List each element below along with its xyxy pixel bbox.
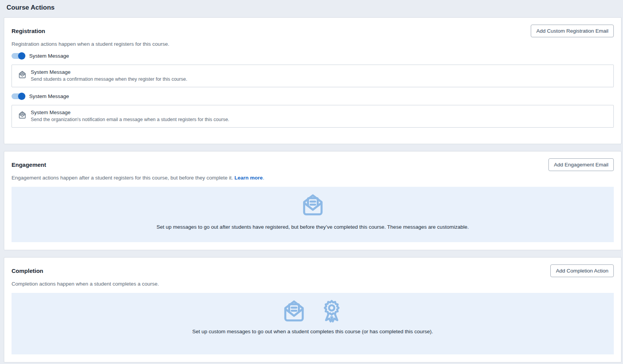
completion-description: Completion actions happen when a student…: [12, 281, 614, 287]
add-custom-registration-email-button[interactable]: Add Custom Registration Email: [531, 25, 614, 37]
envelope-open-text-icon: [18, 111, 27, 119]
learn-more-link[interactable]: Learn more: [234, 175, 263, 181]
award-icon: [319, 299, 344, 323]
card-description: Send the organization's notification ema…: [31, 117, 229, 122]
card-title: System Message: [31, 69, 187, 75]
registration-section: Registration Add Custom Registration Ema…: [4, 17, 621, 144]
system-message-toggle-row: System Message: [12, 53, 614, 59]
add-engagement-email-button[interactable]: Add Engagement Email: [548, 158, 614, 171]
card-description: Send students a confirmation message whe…: [31, 76, 187, 82]
engagement-title: Engagement: [12, 158, 46, 168]
learn-more-suffix: .: [263, 175, 264, 181]
card-title: System Message: [31, 110, 229, 115]
system-message-toggle-row: System Message: [12, 93, 614, 99]
completion-header: Completion Add Completion Action: [12, 264, 614, 277]
registration-description: Registration actions happen when a stude…: [12, 41, 614, 47]
engagement-header: Engagement Add Engagement Email: [12, 158, 614, 171]
toggle-label: System Message: [29, 93, 69, 99]
completion-empty-state: Set up custom messages to go out when a …: [12, 293, 614, 354]
system-message-toggle[interactable]: [12, 53, 25, 59]
registration-title: Registration: [12, 25, 45, 34]
toggle-label: System Message: [29, 53, 69, 59]
add-completion-action-button[interactable]: Add Completion Action: [550, 264, 614, 277]
system-message-toggle[interactable]: [12, 93, 25, 99]
system-message-card: System Message Send the organization's n…: [12, 105, 614, 128]
card-text: System Message Send the organization's n…: [31, 110, 229, 122]
toggle-knob: [18, 93, 25, 100]
toggle-knob: [18, 52, 25, 60]
engagement-empty-state: Set up messages to go out after students…: [12, 187, 614, 242]
completion-section: Completion Add Completion Action Complet…: [4, 257, 621, 362]
page-title: Course Actions: [0, 0, 623, 12]
card-text: System Message Send students a confirmat…: [31, 69, 187, 82]
envelope-open-text-icon: [301, 193, 325, 217]
engagement-section: Engagement Add Engagement Email Engageme…: [4, 151, 621, 250]
envelope-open-text-icon: [18, 70, 27, 79]
completion-empty-icons: [19, 299, 606, 323]
engagement-description-text: Engagement actions happen after a studen…: [12, 175, 234, 181]
completion-empty-text: Set up custom messages to go out when a …: [19, 329, 606, 334]
completion-title: Completion: [12, 264, 43, 274]
engagement-description: Engagement actions happen after a studen…: [12, 175, 614, 181]
engagement-empty-text: Set up messages to go out after students…: [19, 224, 606, 230]
system-message-card: System Message Send students a confirmat…: [12, 65, 614, 87]
registration-header: Registration Add Custom Registration Ema…: [12, 25, 614, 37]
envelope-open-text-icon: [282, 299, 306, 323]
